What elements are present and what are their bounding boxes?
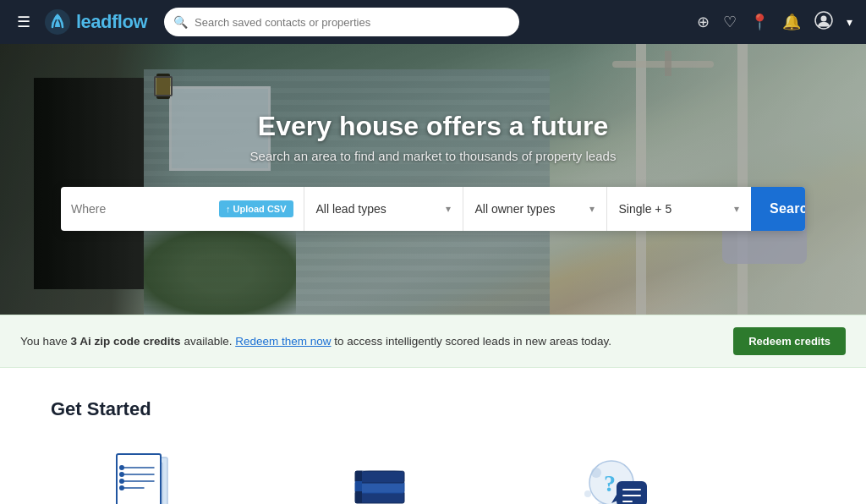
svg-point-29 (584, 490, 591, 497)
hero-title: Every house offers a future (258, 111, 608, 142)
owner-types-dropdown[interactable]: All owner types ▾ (463, 187, 607, 231)
pin-button[interactable]: 📍 (750, 13, 769, 31)
add-button[interactable]: ⊕ (697, 13, 710, 31)
redeem-now-link[interactable]: Redeem them now (235, 335, 331, 348)
glossary-card[interactable]: Glossary (288, 447, 474, 504)
svg-rect-20 (355, 491, 362, 503)
logo-icon (44, 8, 71, 36)
quick-start-icon (106, 447, 182, 504)
credits-count: 3 Ai zip code credits (71, 335, 181, 348)
owner-types-label: All owner types (475, 202, 556, 216)
hero-content: Every house offers a future Search an ar… (0, 44, 866, 315)
svg-point-1 (56, 16, 60, 20)
svg-point-14 (119, 485, 124, 490)
logo[interactable]: leadflow (44, 8, 147, 36)
property-types-dropdown[interactable]: Single + 5 ▾ (607, 187, 751, 231)
where-input[interactable] (71, 202, 219, 216)
property-types-chevron-icon: ▾ (734, 203, 739, 215)
nav-dropdown-arrow[interactable]: ▾ (847, 15, 852, 29)
search-icon: 🔍 (173, 15, 188, 29)
notifications-button[interactable]: 🔔 (782, 13, 801, 31)
hamburger-menu[interactable]: ☰ (14, 9, 34, 35)
svg-point-13 (119, 479, 124, 484)
svg-rect-23 (617, 481, 647, 504)
search-bar: ↑ Upload CSV All lead types ▾ All owner … (61, 187, 805, 231)
get-started-section: Get Started (0, 368, 866, 504)
svg-point-28 (591, 468, 601, 478)
glossary-icon (343, 447, 419, 504)
favorites-button[interactable]: ♡ (723, 13, 737, 31)
faq-icon: ? (579, 447, 655, 504)
hero-section: Every house offers a future Search an ar… (0, 44, 866, 315)
credits-prefix: You have (20, 335, 68, 348)
nav-search-container: 🔍 (164, 8, 519, 36)
lead-types-dropdown[interactable]: All lead types ▾ (304, 187, 463, 231)
credits-suffix-text: to access intelligently scored leads in … (334, 335, 611, 348)
svg-rect-19 (355, 481, 362, 493)
svg-rect-6 (117, 454, 161, 504)
svg-point-12 (119, 472, 124, 477)
nav-search-input[interactable] (164, 8, 519, 36)
faq-card[interactable]: ? FAQ (524, 447, 710, 504)
svg-point-3 (821, 15, 827, 21)
navbar: ☰ leadflow 🔍 ⊕ ♡ 📍 🔔 ▾ (0, 0, 866, 44)
lead-types-chevron-icon: ▾ (446, 203, 451, 215)
credits-available: available. (184, 335, 232, 348)
search-where-field: ↑ Upload CSV (61, 187, 304, 231)
lead-types-label: All lead types (316, 202, 386, 216)
redeem-credits-button[interactable]: Redeem credits (733, 327, 846, 355)
owner-types-chevron-icon: ▾ (589, 203, 595, 215)
quick-start-guide-card[interactable]: Quick Start Guide (51, 447, 237, 504)
credits-text: You have 3 Ai zip code credits available… (20, 335, 611, 348)
search-button[interactable]: Search (751, 187, 805, 231)
svg-point-11 (119, 465, 124, 470)
svg-rect-17 (355, 471, 404, 483)
hero-subtitle: Search an area to find and market to tho… (250, 149, 617, 163)
get-started-title: Get Started (51, 398, 815, 420)
get-started-cards: Quick Start Guide Glossary (51, 447, 815, 504)
logo-text: leadflow (76, 11, 147, 33)
credits-banner: You have 3 Ai zip code credits available… (0, 315, 866, 368)
upload-csv-button[interactable]: ↑ Upload CSV (219, 200, 293, 217)
svg-text:?: ? (604, 470, 616, 496)
nav-actions: ⊕ ♡ 📍 🔔 ▾ (697, 11, 852, 34)
user-profile-button[interactable] (814, 11, 833, 34)
property-types-label: Single + 5 (619, 202, 672, 216)
